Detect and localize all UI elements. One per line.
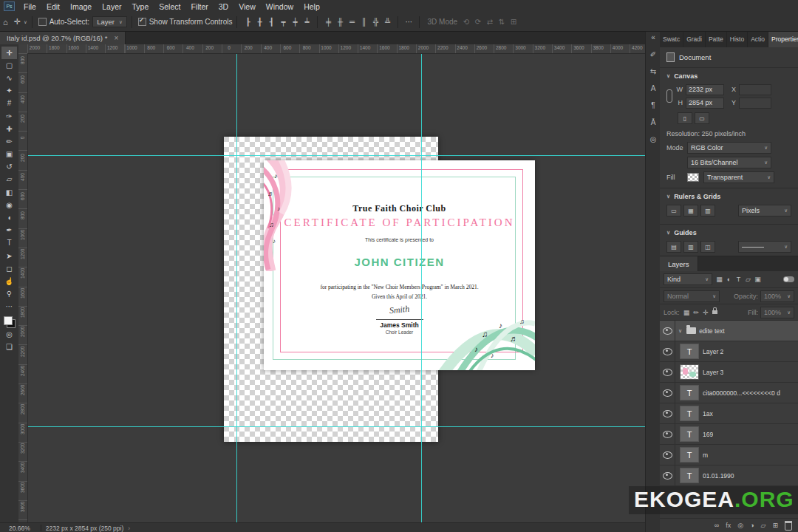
foreground-color-swatch[interactable]: [4, 316, 13, 325]
clone-stamp-tool[interactable]: ▣: [1, 149, 17, 161]
ruler-units-dropdown[interactable]: Pixels∨: [738, 205, 791, 216]
layer-row[interactable]: ∨edite text: [660, 321, 798, 341]
align-icon-5[interactable]: ┷: [301, 18, 313, 26]
link-layers-icon[interactable]: ∞: [715, 522, 719, 529]
menu-filter[interactable]: Filter: [185, 2, 213, 11]
text-layer-thumbnail[interactable]: T: [680, 385, 699, 400]
tab-patte[interactable]: Patte: [706, 31, 727, 47]
new-layer-icon[interactable]: ⊞: [772, 522, 778, 529]
distribute-icon-2[interactable]: ═: [346, 18, 358, 26]
character-panel-icon[interactable]: A: [651, 85, 656, 92]
section-rulers-grids[interactable]: ∨ Rulers & Grids: [660, 188, 798, 203]
crop-tool[interactable]: #: [1, 98, 17, 110]
filter-adjustment-layers-icon[interactable]: ◐: [724, 276, 734, 283]
layer-row[interactable]: Tcita0000000...<<<<<<<<0 d: [660, 383, 798, 403]
adjustment-layer-icon[interactable]: ◑: [750, 522, 754, 529]
screen-mode-icon[interactable]: ❏: [1, 341, 17, 353]
layer-fill-dropdown[interactable]: 100%∨: [760, 307, 794, 318]
menu-select[interactable]: Select: [154, 2, 185, 11]
expand-panels-icon[interactable]: «: [651, 34, 655, 41]
visibility-cell[interactable]: [660, 321, 675, 341]
layer-filter-toggle[interactable]: [783, 276, 794, 282]
zoom-level[interactable]: 20.66%: [0, 525, 36, 532]
visibility-cell[interactable]: [660, 341, 675, 361]
text-layer-thumbnail[interactable]: T: [680, 406, 699, 421]
home-icon[interactable]: ⌂: [0, 18, 11, 27]
eraser-tool[interactable]: ▱: [1, 174, 17, 186]
filter-pixel-layers-icon[interactable]: ▦: [715, 276, 724, 283]
eyedropper-tool[interactable]: ✑: [1, 110, 17, 123]
filter-type-layers-icon[interactable]: T: [734, 276, 743, 283]
ruler-vertical[interactable]: 8006004002000200400600800100012001400160…: [18, 53, 28, 522]
menu-edit[interactable]: Edit: [41, 2, 65, 11]
canvas-viewport[interactable]: ♪ ♬ ♪ ♫ ♪ ♫ ♪ ♬ ♪ ♫ ♪ True Faith Choir C…: [27, 53, 645, 522]
guides-icon-2[interactable]: ◫: [700, 241, 715, 253]
layer-row[interactable]: TLayer 2: [660, 341, 798, 362]
guide-vertical-2[interactable]: [421, 53, 422, 522]
layer-group-icon[interactable]: ▱: [761, 522, 766, 529]
delete-layer-icon[interactable]: [785, 521, 792, 531]
layer-row[interactable]: T1ax: [660, 403, 798, 424]
tab-actio[interactable]: Actio: [748, 31, 768, 47]
brush-settings-panel-icon[interactable]: ✐: [650, 51, 656, 58]
tool-preset-caret-icon[interactable]: ∨: [24, 19, 27, 25]
text-layer-thumbnail[interactable]: T: [680, 447, 699, 463]
visibility-eye-icon[interactable]: [663, 389, 672, 397]
raster-layer-thumbnail[interactable]: [680, 364, 699, 380]
text-layer-thumbnail[interactable]: T: [680, 468, 699, 483]
align-icon-0[interactable]: ┠: [242, 18, 253, 26]
rulers-grids-icon-1[interactable]: ▦: [683, 205, 698, 216]
clone-source-panel-icon[interactable]: ◎: [650, 136, 657, 143]
zoom-tool[interactable]: ⚲: [1, 288, 17, 301]
distribute-icon-3[interactable]: ║: [358, 18, 369, 26]
text-layer-thumbnail[interactable]: T: [680, 426, 699, 442]
current-tool-icon[interactable]: ✛: [11, 17, 24, 27]
tab-layers[interactable]: Layers: [660, 256, 698, 271]
layer-row[interactable]: T169: [660, 424, 798, 445]
history-brush-tool[interactable]: ↺: [1, 161, 17, 174]
pen-tool[interactable]: ✒: [1, 225, 17, 237]
visibility-eye-icon[interactable]: [663, 431, 672, 438]
color-mode-dropdown[interactable]: RGB Color∨: [687, 142, 771, 154]
visibility-eye-icon[interactable]: [663, 451, 672, 459]
filter-shape-layers-icon[interactable]: ▱: [743, 276, 753, 283]
glyphs-panel-icon[interactable]: Ā: [651, 119, 656, 126]
blur-tool[interactable]: ◉: [1, 199, 17, 211]
align-icon-3[interactable]: ┯: [277, 18, 289, 26]
tab-histo[interactable]: Histo: [727, 31, 748, 47]
certificate-artwork[interactable]: ♪ ♬ ♪ ♫ ♪ ♫ ♪ ♬ ♪ ♫ ♪ True Faith Choir C…: [264, 160, 535, 370]
section-canvas[interactable]: ∨ Canvas: [660, 68, 798, 83]
move-tool[interactable]: ✛: [1, 47, 17, 59]
visibility-cell[interactable]: [660, 466, 675, 485]
hand-tool[interactable]: ☝: [1, 275, 17, 287]
distribute-icon-5[interactable]: ╩: [381, 18, 393, 26]
visibility-eye-icon[interactable]: [663, 472, 672, 480]
visibility-cell[interactable]: [660, 403, 675, 423]
visibility-eye-icon[interactable]: [663, 327, 672, 335]
lock-pixels-icon[interactable]: ✏: [692, 309, 701, 316]
color-swatches[interactable]: [4, 316, 16, 328]
guides-icon-0[interactable]: ▤: [666, 241, 681, 253]
section-guides[interactable]: ∨ Guides: [660, 225, 798, 239]
link-dimensions-icon[interactable]: [666, 89, 672, 103]
gradient-tool[interactable]: ◧: [1, 186, 17, 199]
visibility-cell[interactable]: [660, 383, 675, 403]
filter-smart-objects-icon[interactable]: ▣: [753, 276, 763, 283]
path-selection-tool[interactable]: ➤: [1, 250, 17, 262]
visibility-eye-icon[interactable]: [663, 369, 672, 376]
layer-row[interactable]: Tm: [660, 445, 798, 466]
guide-style-dropdown[interactable]: ∨: [738, 241, 791, 253]
menu-3d[interactable]: 3D: [214, 2, 233, 11]
visibility-cell[interactable]: [660, 445, 675, 465]
layer-filter-kind-dropdown[interactable]: Kind∨: [664, 273, 712, 285]
rulers-grids-icon-2[interactable]: ▥: [700, 205, 715, 216]
paragraph-panel-icon[interactable]: ¶: [651, 102, 655, 109]
align-icon-4[interactable]: ┿: [289, 18, 301, 26]
menu-view[interactable]: View: [233, 2, 261, 11]
orientation-portrait-button[interactable]: ▯: [678, 112, 692, 124]
auto-select-target-dropdown[interactable]: Layer ∨: [92, 16, 127, 27]
dodge-tool[interactable]: ◖: [1, 211, 17, 224]
lock-all-icon[interactable]: [712, 310, 717, 314]
opacity-dropdown[interactable]: 100%∨: [760, 290, 794, 302]
more-options-icon[interactable]: ⋯: [403, 18, 415, 26]
